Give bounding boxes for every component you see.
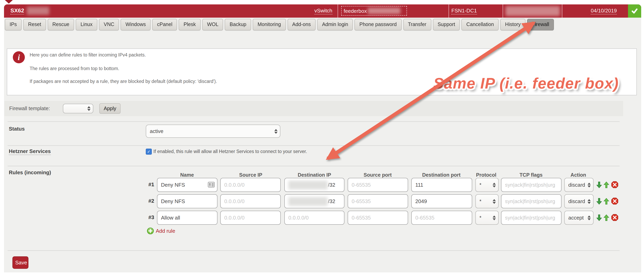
tab-linux[interactable]: Linux bbox=[76, 19, 97, 30]
delete-rule-icon[interactable] bbox=[611, 181, 618, 190]
tab-cancellation[interactable]: Cancellation bbox=[462, 19, 499, 30]
autofill-contact-icon bbox=[208, 182, 215, 188]
rule-tcp-flags-input[interactable] bbox=[501, 211, 562, 225]
move-rule-up-icon[interactable] bbox=[604, 214, 609, 223]
tab-cpanel[interactable]: cPanel bbox=[152, 19, 177, 30]
server-name-redacted bbox=[27, 7, 49, 15]
checkmark-icon bbox=[631, 7, 638, 15]
rule-tcp-flags-input[interactable] bbox=[501, 178, 562, 192]
header-separator bbox=[502, 4, 503, 18]
rule-action-select[interactable]: discard bbox=[564, 178, 594, 192]
server-ok-button[interactable] bbox=[628, 4, 641, 18]
screenshot-viewport: SX62 vSwitch feederbox FSN1-DC1 04/10/20… bbox=[0, 0, 644, 278]
select-stepper-icon bbox=[274, 129, 278, 134]
rule-source-port-input[interactable] bbox=[348, 211, 408, 225]
tab-wol[interactable]: WOL bbox=[202, 19, 223, 30]
tab-firewall[interactable]: Firewall bbox=[527, 19, 554, 30]
tab-reset[interactable]: Reset bbox=[23, 19, 46, 30]
rule-destination-ip-input[interactable]: /32 bbox=[284, 194, 344, 208]
rule-destination-ip-input[interactable] bbox=[284, 211, 344, 225]
delete-rule-icon[interactable] bbox=[611, 198, 618, 206]
move-rule-down-icon[interactable] bbox=[596, 214, 602, 223]
server-ip-redacted bbox=[506, 6, 560, 16]
annotation-text: Same IP (i.e. feeder box) bbox=[433, 75, 619, 92]
rule-protocol-select[interactable]: * bbox=[476, 211, 498, 225]
rule-name-input[interactable] bbox=[157, 194, 218, 208]
add-icon bbox=[147, 228, 154, 234]
info-line-3: If packages are not accepted by a rule, … bbox=[30, 79, 217, 84]
rule-source-ip-input[interactable] bbox=[220, 211, 281, 225]
apply-button[interactable]: Apply bbox=[99, 103, 121, 114]
tab-addons[interactable]: Add-ons bbox=[287, 19, 316, 30]
move-rule-up-icon[interactable] bbox=[604, 182, 609, 190]
tab-vnc[interactable]: VNC bbox=[99, 19, 119, 30]
move-rule-up-icon[interactable] bbox=[604, 198, 609, 206]
row-divider bbox=[8, 121, 620, 122]
tab-monitoring[interactable]: Monitoring bbox=[253, 19, 286, 30]
destination-ip-redacted bbox=[288, 180, 328, 189]
tab-ips[interactable]: IPs bbox=[5, 19, 22, 30]
rule-source-port-input[interactable] bbox=[348, 194, 408, 208]
rule-row-3: #3 * accept bbox=[4, 211, 641, 225]
rule-protocol-select[interactable]: * bbox=[476, 178, 498, 192]
tab-history[interactable]: History bbox=[500, 19, 526, 30]
select-stepper-icon bbox=[87, 106, 90, 111]
info-line-1: Here you can define rules to filter inco… bbox=[30, 52, 146, 57]
hetzner-services-checkbox[interactable]: ✓ bbox=[146, 148, 152, 154]
server-model-label: SX62 bbox=[10, 7, 24, 14]
server-nickname-text: feederbox bbox=[344, 8, 367, 14]
add-rule-link[interactable]: Add rule bbox=[147, 228, 175, 234]
destination-ip-redacted bbox=[288, 197, 328, 206]
rule-number: #3 bbox=[136, 214, 154, 220]
row-divider bbox=[8, 166, 620, 166]
datacenter-label: FSN1-DC1 bbox=[451, 8, 477, 14]
tab-backup[interactable]: Backup bbox=[225, 19, 251, 30]
tab-phone-password[interactable]: Phone password bbox=[355, 19, 402, 30]
hetzner-services-description: If enabled, this rule will allow all Het… bbox=[154, 149, 307, 154]
paid-until-date: 04/10/2019 bbox=[591, 8, 617, 14]
status-select[interactable]: active bbox=[146, 124, 280, 138]
server-header-bar: SX62 vSwitch feederbox FSN1-DC1 04/10/20… bbox=[4, 4, 641, 18]
rule-source-ip-input[interactable] bbox=[220, 194, 281, 208]
server-nickname-field[interactable]: feederbox bbox=[341, 6, 407, 16]
move-rule-down-icon[interactable] bbox=[596, 198, 602, 206]
tab-rescue[interactable]: Rescue bbox=[48, 19, 74, 30]
rule-destination-port-input[interactable] bbox=[411, 194, 472, 208]
rule-row-2: #2 /32 * discard bbox=[4, 194, 641, 208]
tab-transfer[interactable]: Transfer bbox=[403, 19, 431, 30]
rule-source-port-input[interactable] bbox=[348, 178, 408, 192]
server-panel: SX62 vSwitch feederbox FSN1-DC1 04/10/20… bbox=[4, 4, 641, 272]
firewall-template-select[interactable] bbox=[63, 104, 93, 113]
server-tabs: IPs Reset Rescue Linux VNC Windows cPane… bbox=[5, 19, 554, 30]
select-stepper-icon bbox=[588, 215, 591, 220]
rule-row-1: #1 /32 * discard bbox=[4, 178, 641, 192]
rule-source-ip-input[interactable] bbox=[220, 178, 281, 192]
tab-windows[interactable]: Windows bbox=[121, 19, 150, 30]
vswitch-link[interactable]: vSwitch bbox=[314, 8, 332, 14]
rule-destination-port-input[interactable] bbox=[411, 178, 472, 192]
rule-tcp-flags-input[interactable] bbox=[501, 194, 562, 208]
rule-destination-port-input[interactable] bbox=[411, 211, 472, 225]
delete-rule-icon[interactable] bbox=[611, 214, 618, 223]
rule-name-input[interactable] bbox=[157, 211, 218, 225]
status-value: active bbox=[150, 128, 164, 134]
header-separator bbox=[338, 4, 338, 18]
rule-action-select[interactable]: accept bbox=[564, 211, 594, 225]
destination-ip-suffix: /32 bbox=[328, 182, 335, 188]
rule-destination-ip-input[interactable]: /32 bbox=[284, 178, 344, 192]
hetzner-services-label: Hetzner Services bbox=[9, 148, 51, 155]
move-rule-down-icon[interactable] bbox=[596, 182, 602, 190]
hetzner-robot-firewall-page: SX62 vSwitch feederbox FSN1-DC1 04/10/20… bbox=[0, 0, 644, 278]
tab-plesk[interactable]: Plesk bbox=[179, 19, 201, 30]
add-rule-label: Add rule bbox=[156, 228, 175, 234]
row-divider bbox=[8, 250, 620, 251]
info-line-2: The rules are processed from top to bott… bbox=[30, 66, 119, 71]
save-button[interactable]: Save bbox=[12, 256, 28, 269]
select-stepper-icon bbox=[492, 199, 496, 204]
destination-ip-suffix: /32 bbox=[328, 198, 335, 204]
rule-action-select[interactable]: discard bbox=[564, 194, 594, 208]
tab-support[interactable]: Support bbox=[433, 19, 460, 30]
rule-protocol-select[interactable]: * bbox=[476, 194, 498, 208]
tab-admin-login[interactable]: Admin login bbox=[317, 19, 353, 30]
firewall-template-row: Firewall template: Apply bbox=[4, 101, 623, 116]
